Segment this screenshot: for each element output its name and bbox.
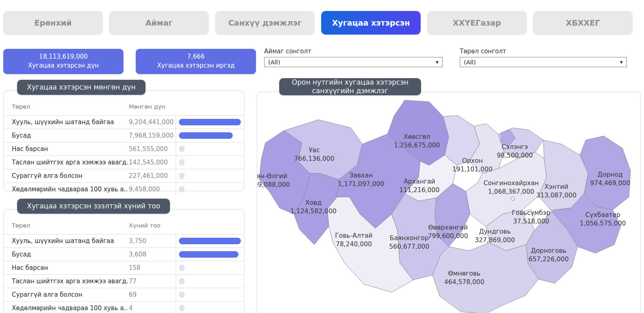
bar-cell — [176, 156, 244, 169]
map-district-marker — [511, 197, 515, 201]
map-label-bayan_olgii-value: 09,088,000 — [257, 181, 290, 188]
map-label-selenge-name: Сэлэнгэ — [502, 143, 528, 151]
map-label-khentii-value: 313,087,000 — [536, 192, 577, 199]
row-label: Хууль, шүүхийн шатанд байгаа — [4, 234, 129, 247]
value-bar — [179, 146, 185, 152]
value-bar — [179, 278, 185, 285]
map-label-arkhangai-name: Архангай — [404, 178, 435, 185]
row-value: 142,545,000 — [129, 156, 176, 169]
bar-cell — [176, 302, 244, 313]
row-label: Нас барсан — [4, 142, 129, 155]
column-header-type: Төрөл — [12, 222, 129, 229]
torol-filter-dropdown[interactable]: (All) ▼ — [460, 57, 627, 67]
torol-filter-label: Төрөл сонголт — [460, 48, 506, 55]
map-label-govi_altai-value: 78,240,000 — [336, 241, 372, 248]
map-title: Орон нутгийн хугацаа хэтэрсэн санхүүгийн… — [279, 78, 421, 95]
table-row: Хууль, шүүхийн шатанд байгаа3,750 — [4, 234, 244, 247]
value-bar — [179, 265, 185, 271]
bar-cell — [176, 275, 244, 288]
table-row: Таслан шийтгэх арга хэмжээ авагд..77 — [4, 274, 244, 288]
row-value: 158 — [129, 261, 176, 274]
kpi-overdue-amount: 18,113,619,000 Хугацаа хэтэрсэн дүн — [3, 49, 124, 74]
map-region-omnogovi[interactable] — [432, 243, 538, 313]
value-bar — [179, 186, 185, 193]
map-label-dundgovi-value: 327,869,000 — [475, 236, 515, 244]
row-value: 561,555,000 — [129, 142, 176, 155]
column-header-amount: Мөнгөн дүн — [129, 103, 244, 110]
value-bar — [179, 173, 185, 179]
value-bar — [179, 132, 233, 139]
map-label-omnogovi-value: 464,578,000 — [444, 278, 485, 286]
map-label-khovsgol-name: Хөвсгөл — [404, 133, 430, 140]
torol-filter-value: (All) — [464, 59, 476, 66]
aimag-filter-dropdown[interactable]: (All) ▼ — [264, 57, 443, 67]
map-label-govisumber-value: 37,518,000 — [513, 218, 549, 225]
chevron-down-icon: ▼ — [620, 60, 623, 64]
map-label-bayankhongor-name: Баянхонгор — [390, 234, 429, 242]
map-label-orkhon-name: Орхон — [462, 157, 483, 164]
map-label-tov-value: 1,068,367,000 — [488, 188, 534, 195]
row-label: Бусад — [4, 129, 129, 142]
map-label-dornod-value: 974,469,000 — [590, 179, 631, 187]
row-label: Таслан шийтгэх арга хэмжээ авагд.. — [4, 275, 129, 288]
map-label-arkhangai-value: 111,216,000 — [399, 186, 440, 194]
chevron-down-icon: ▼ — [436, 60, 439, 64]
bar-cell — [176, 288, 244, 301]
map-label-ovorkhangai-value: 799,600,000 — [428, 232, 468, 240]
map-label-khovd-value: 1,124,582,000 — [290, 208, 336, 215]
map-label-khentii-name: Хэнтий — [545, 183, 568, 190]
top-tab-bar: ЕрөнхийАймагСанхүү дэмжлэгХугацаа хэтэрс… — [3, 11, 633, 35]
table-row: Сураггүй алга болсон69 — [4, 288, 244, 301]
overdue-amount-table-panel: Төрөл Мөнгөн дүн Хууль, шүүхийн шатанд б… — [3, 90, 245, 191]
tab-3-active[interactable]: Хугацаа хэтэрсэн — [321, 11, 421, 35]
map-label-khovsgol-value: 1,256,675,000 — [394, 142, 440, 149]
count-table-title: Хугацаа хэтэрсэн зээлтэй хүний тоо — [17, 199, 170, 214]
overdue-count-table-panel: Төрөл Хүний тоо Хууль, шүүхийн шатанд ба… — [3, 209, 245, 313]
map-label-zavkhan-name: Завхан — [349, 172, 373, 179]
tab-4[interactable]: ХХҮЕГазар — [427, 11, 527, 35]
row-value: 69 — [129, 288, 176, 301]
row-value: 9,204,441,000 — [129, 116, 176, 129]
map-label-dundgovi-name: Дундговь — [479, 228, 511, 235]
bar-cell — [176, 142, 244, 155]
aimag-filter-value: (All) — [268, 59, 280, 66]
map-label-uvs-name: Увс — [309, 147, 320, 154]
row-label: Хөдөлмөрийн чадвараа 100 хувь а.. — [4, 183, 129, 196]
bar-cell — [176, 234, 244, 247]
table-row: Хууль, шүүхийн шатанд байгаа9,204,441,00… — [4, 115, 244, 129]
column-header-type: Төрөл — [12, 103, 129, 110]
row-value: 77 — [129, 275, 176, 288]
map-label-orkhon-value: 191,101,000 — [452, 166, 493, 173]
bar-cell — [176, 169, 244, 182]
tab-2[interactable]: Санхүү дэмжлэг — [215, 11, 315, 35]
mongolia-choropleth-map: Увс766,136,000ян-Өлгий09,088,000Ховд1,12… — [257, 92, 641, 313]
tab-1[interactable]: Аймаг — [109, 11, 209, 35]
table-row: Сураггүй алга болсон227,461,000 — [4, 169, 244, 182]
bar-cell — [176, 116, 244, 129]
map-panel: Увс766,136,000ян-Өлгий09,088,000Ховд1,12… — [257, 92, 641, 313]
map-label-dornogovi-value: 657,226,000 — [529, 256, 569, 263]
map-label-dornod-name: Дорнод — [598, 171, 623, 178]
value-bar — [179, 305, 185, 311]
table-row: Хөдөлмөрийн чадвараа 100 хувь а..9,458,0… — [4, 182, 244, 196]
row-value: 9,458,000 — [129, 183, 176, 196]
map-label-uvs-value: 766,136,000 — [294, 155, 335, 162]
map-label-khovd-name: Ховд — [305, 199, 322, 206]
map-label-dornogovi-name: Дорноговь — [531, 247, 567, 254]
row-value: 3,750 — [129, 234, 176, 247]
row-label: Хөдөлмөрийн чадвараа 100 хувь а.. — [4, 302, 129, 313]
row-value: 3,608 — [129, 248, 176, 261]
row-label: Хууль, шүүхийн шатанд байгаа — [4, 116, 129, 129]
row-label: Сураггүй алга болсон — [4, 288, 129, 301]
value-bar — [179, 238, 241, 244]
tab-5[interactable]: ХБХХЕГ — [533, 11, 633, 35]
row-value: 227,461,000 — [129, 169, 176, 182]
bar-cell — [176, 248, 244, 261]
map-label-tov-name: Сонгинохайрхан — [483, 179, 539, 187]
table-body: Хууль, шүүхийн шатанд байгаа9,204,441,00… — [4, 115, 244, 196]
kpi-label: Хугацаа хэтэрсэн иргэд — [157, 61, 235, 70]
aimag-filter-label: Аймаг сонголт — [264, 48, 311, 55]
amount-table-title: Хугацаа хэтэрсэн мөнгөн дүн — [17, 80, 146, 95]
row-value: 7,968,159,000 — [129, 129, 176, 142]
tab-0[interactable]: Ерөнхий — [3, 11, 103, 35]
